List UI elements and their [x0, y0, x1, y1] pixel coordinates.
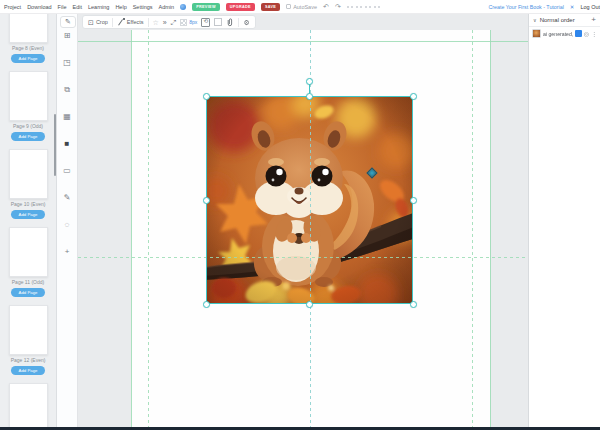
- image-toolbar: ⊡ Crop Effects ☆ » ⤢ 8px ⟲ ⚙: [82, 15, 256, 29]
- gear-icon[interactable]: ⚙: [243, 19, 249, 26]
- resize-handle-e[interactable]: [410, 197, 417, 204]
- page-thumbnail[interactable]: [9, 383, 48, 427]
- eye-icon[interactable]: ◎: [584, 31, 589, 37]
- layer-color-chip[interactable]: [575, 30, 582, 37]
- page-label: Page 8 (Even): [12, 45, 44, 51]
- menu-admin[interactable]: Admin: [159, 4, 175, 10]
- more-icon[interactable]: ⋮: [591, 31, 597, 37]
- chevron-down-icon[interactable]: ∨: [533, 17, 537, 23]
- upgrade-button[interactable]: UPGRADE: [226, 3, 255, 11]
- logout-link[interactable]: Log Out: [580, 4, 600, 10]
- rotate-icon[interactable]: ⟲: [201, 18, 210, 27]
- menu-download[interactable]: Download: [27, 4, 51, 10]
- globe-icon[interactable]: ◌: [65, 221, 70, 229]
- flip-icon[interactable]: »: [163, 19, 167, 26]
- help-icon[interactable]: [180, 4, 186, 10]
- add-page-button[interactable]: Add Page: [11, 366, 45, 375]
- pages-sidebar: Page 8 (Even) Add Page Page 9 (Odd) Add …: [0, 14, 57, 427]
- add-page-button[interactable]: Add Page: [11, 288, 45, 297]
- elements-grid-icon[interactable]: ⊞: [64, 32, 71, 40]
- edit-button[interactable]: ✎: [60, 16, 76, 28]
- corner-radius-value[interactable]: 8px: [189, 19, 197, 25]
- collaborator-dots: [347, 6, 381, 8]
- guide-line: [472, 30, 473, 427]
- menu-help[interactable]: Help: [115, 4, 126, 10]
- autosave-label: AutoSave: [293, 4, 317, 10]
- crop-button[interactable]: Crop: [96, 19, 108, 25]
- autosave-checkbox[interactable]: [286, 4, 291, 9]
- transparency-icon[interactable]: [180, 19, 187, 26]
- preview-button[interactable]: PREVIEW: [192, 3, 220, 11]
- menu-learning[interactable]: Learning: [88, 4, 109, 10]
- paperclip-icon[interactable]: [226, 18, 234, 27]
- sidebar-scrollbar[interactable]: [54, 114, 57, 176]
- page-label: Page 11 (Odd): [12, 279, 44, 285]
- page-label: Page 10 (Even): [11, 201, 46, 207]
- duplicate-icon[interactable]: ⧉: [64, 86, 70, 94]
- tutorial-link[interactable]: Create Your First Book - Tutorial: [488, 4, 563, 10]
- expand-icon[interactable]: ⤢: [171, 19, 177, 26]
- close-icon[interactable]: ✕: [570, 4, 575, 10]
- add-page-button[interactable]: Add Page: [11, 132, 45, 141]
- layers-order-label: Normal order: [540, 17, 589, 23]
- resize-handle-ne[interactable]: [410, 93, 417, 100]
- resize-handle-nw[interactable]: [203, 93, 210, 100]
- guide-line: [78, 257, 528, 258]
- guide-line: [78, 41, 528, 42]
- menubar: Project Download File Edit Learning Help…: [0, 0, 600, 14]
- menu-settings[interactable]: Settings: [133, 4, 153, 10]
- layers-panel-header: ∨ Normal order +: [529, 14, 600, 27]
- guide-line: [490, 30, 491, 427]
- guide-line: [131, 30, 132, 427]
- autosave-toggle[interactable]: AutoSave: [286, 4, 317, 10]
- redo-icon[interactable]: ↷: [335, 3, 341, 10]
- image-icon[interactable]: ▦: [63, 113, 71, 121]
- undo-icon[interactable]: ↶: [323, 3, 329, 10]
- effects-button[interactable]: Effects: [127, 19, 144, 25]
- pencil-icon: ✎: [65, 18, 71, 26]
- menu-project[interactable]: Project: [4, 4, 21, 10]
- guide-line: [148, 30, 149, 427]
- page-thumbnail[interactable]: [9, 14, 48, 43]
- resize-handle-s[interactable]: [306, 301, 313, 308]
- frame-icon[interactable]: ◳: [63, 59, 71, 67]
- menu-edit[interactable]: Edit: [72, 4, 81, 10]
- resize-handle-sw[interactable]: [203, 301, 210, 308]
- texture-icon[interactable]: [214, 18, 222, 26]
- add-layer-button[interactable]: +: [591, 16, 596, 24]
- toolstrip: ⊞ ◳ ⧉ ▦ ■ ▭ ✎ ◌ +: [57, 14, 78, 427]
- text-box-icon[interactable]: ▭: [63, 167, 71, 175]
- brush-icon[interactable]: ✎: [64, 194, 71, 202]
- center-guide-line: [310, 30, 311, 427]
- resize-handle-n[interactable]: [306, 93, 313, 100]
- effects-icon[interactable]: [117, 18, 125, 26]
- layer-name: ai generated, sq..: [543, 31, 573, 37]
- color-swatch-icon[interactable]: ■: [65, 140, 70, 148]
- rotate-handle[interactable]: [306, 78, 313, 85]
- page-thumbnail[interactable]: [9, 71, 48, 121]
- add-element-icon[interactable]: +: [65, 248, 70, 256]
- page-label: Page 12 (Even): [11, 357, 46, 363]
- add-page-button[interactable]: Add Page: [11, 54, 45, 63]
- add-page-button[interactable]: Add Page: [11, 210, 45, 219]
- favorite-star-icon[interactable]: ☆: [153, 19, 159, 26]
- page-thumbnail[interactable]: [9, 149, 48, 199]
- canvas: [78, 14, 528, 427]
- menu-file[interactable]: File: [58, 4, 67, 10]
- page-thumbnail[interactable]: [9, 227, 48, 277]
- layer-thumbnail: [532, 29, 541, 38]
- crop-icon[interactable]: ⊡: [88, 19, 94, 26]
- layer-item[interactable]: ai generated, sq.. ◎ ⋮: [529, 27, 600, 40]
- save-button[interactable]: SAVE: [261, 3, 280, 11]
- resize-handle-se[interactable]: [410, 301, 417, 308]
- layers-panel: ∨ Normal order + ai generated, sq.. ◎ ⋮: [528, 14, 600, 427]
- page-thumbnail[interactable]: [9, 305, 48, 355]
- resize-handle-w[interactable]: [203, 197, 210, 204]
- page-label: Page 9 (Odd): [13, 123, 43, 129]
